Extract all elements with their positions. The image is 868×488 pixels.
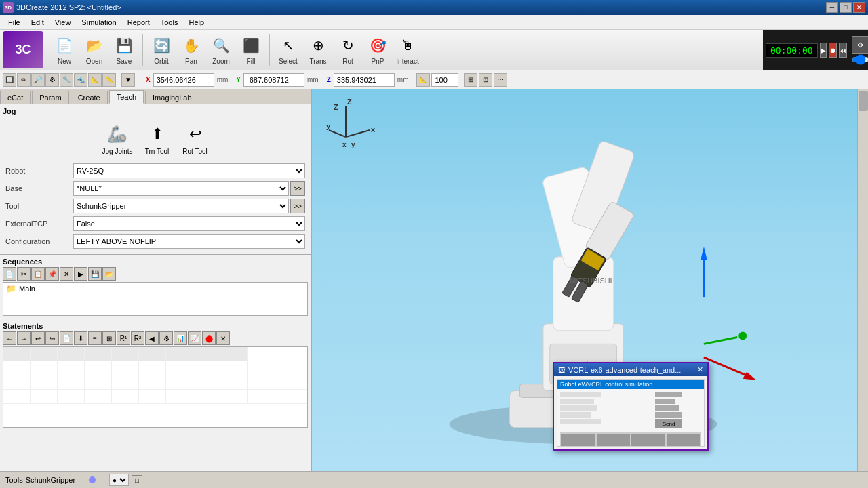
viewport-scrollbar[interactable] — [857, 89, 868, 471]
stmt-arrow-right[interactable]: → — [17, 331, 31, 345]
seq-run-btn[interactable]: ▶ — [74, 267, 87, 281]
tab-create[interactable]: Create — [71, 91, 108, 104]
addrbar-icon-7[interactable]: 📐 — [88, 73, 102, 87]
seq-del-btn[interactable]: ✕ — [60, 267, 73, 281]
x-input[interactable] — [153, 73, 214, 87]
toolbar-interact[interactable]: 🖱 Interact — [393, 33, 422, 66]
trn-tool-button[interactable]: ⬆ Trn Tool — [141, 118, 174, 158]
stmt-chart2[interactable]: 📈 — [188, 331, 201, 345]
base-select[interactable]: *NULL* — [73, 181, 289, 196]
toolbar-save[interactable]: 💾 Save — [110, 33, 138, 66]
stop-button[interactable]: ⏮ — [839, 43, 847, 58]
toolbar-fill[interactable]: ⬛ Fill — [237, 33, 265, 66]
stmt-new[interactable]: 📄 — [60, 331, 73, 345]
stmt-row-2[interactable] — [3, 375, 307, 390]
menu-help[interactable]: Help — [183, 17, 210, 28]
seq-new-btn[interactable]: 📄 — [3, 267, 16, 281]
toolbar-sep-2 — [269, 34, 270, 66]
menu-simulation[interactable]: Simulation — [76, 17, 121, 28]
seq-save-btn[interactable]: 💾 — [88, 267, 102, 281]
stmt-list[interactable]: ≡ — [88, 331, 102, 345]
view-btn-1[interactable]: ⊞ — [464, 73, 477, 87]
stmt-row-3[interactable] — [3, 390, 307, 404]
stmt-r1[interactable]: R¹ — [117, 331, 130, 345]
toolbar-trans[interactable]: ⊕ Trans — [304, 33, 332, 66]
addrbar-icon-1[interactable]: 🔲 — [3, 73, 16, 87]
menu-tools[interactable]: Tools — [155, 17, 184, 28]
addrbar-icon-5[interactable]: 🔧 — [60, 73, 73, 87]
toolbar-new[interactable]: 📄 New — [50, 33, 79, 66]
tool-edit-btn[interactable]: >> — [290, 199, 305, 214]
toolbar-select[interactable]: ↖ Select — [274, 33, 302, 66]
tab-ecat[interactable]: eCat — [0, 91, 31, 104]
base-edit-btn[interactable]: >> — [290, 181, 305, 196]
seq-cut-btn[interactable]: ✂ — [17, 267, 31, 281]
close-button[interactable]: ✕ — [853, 2, 865, 13]
stmt-move[interactable]: ⊞ — [102, 331, 116, 345]
toolbar-zoom[interactable]: 🔍 Zoom — [207, 33, 235, 66]
y-input[interactable] — [243, 73, 304, 87]
view-btn-3[interactable]: ⋯ — [494, 73, 507, 87]
stmt-red[interactable]: ⬤ — [202, 331, 216, 345]
addrbar-icon-3[interactable]: 🔎 — [31, 73, 45, 87]
addrbar-icon-4[interactable]: ⚙ — [45, 73, 59, 87]
popup-close-btn[interactable]: ✕ — [697, 365, 703, 374]
stmt-col-6 — [139, 347, 166, 361]
robot-select[interactable]: RV-2SQ — [73, 163, 305, 178]
tab-imaginglab[interactable]: ImagingLab — [145, 91, 199, 104]
minimize-button[interactable]: ─ — [826, 2, 838, 13]
stmt-row-1[interactable] — [3, 361, 307, 375]
tab-teach[interactable]: Teach — [109, 90, 144, 104]
externaltcp-select[interactable]: False True — [73, 216, 305, 231]
stmt-x[interactable]: ✕ — [216, 331, 230, 345]
stmt-arrow-left[interactable]: ← — [3, 331, 16, 345]
maximize-button[interactable]: □ — [840, 2, 852, 13]
toolbar-pan[interactable]: ✋ Pan — [177, 33, 205, 66]
stmt-gear[interactable]: ⚙ — [159, 331, 173, 345]
stmt-undo[interactable]: ↩ — [31, 331, 45, 345]
status-select[interactable]: ● — [109, 474, 129, 486]
addrbar-dropdown[interactable]: ▼ — [121, 73, 135, 87]
rot-tool-button[interactable]: ↩ Rot Tool — [179, 118, 212, 158]
titlebar-controls[interactable]: ─ □ ✕ — [826, 2, 865, 13]
record-button[interactable]: ⏺ — [829, 43, 837, 58]
seq-paste-btn[interactable]: 📌 — [45, 267, 59, 281]
play-button[interactable]: ▶ — [820, 43, 827, 58]
view-btn-2[interactable]: ⊡ — [479, 73, 492, 87]
stmt-chart[interactable]: 📊 — [174, 331, 187, 345]
menu-report[interactable]: Report — [122, 17, 155, 28]
toolbar-open[interactable]: 📂 Open — [80, 33, 108, 66]
addrbar-icon-8[interactable]: 📏 — [102, 73, 116, 87]
speed-slider[interactable] — [852, 55, 868, 64]
stmt-b1[interactable]: ◀ — [145, 331, 159, 345]
stmt-col-2 — [31, 347, 58, 361]
menu-edit[interactable]: Edit — [26, 17, 50, 28]
tab-param[interactable]: Param — [32, 91, 68, 104]
config-select[interactable]: LEFTY ABOVE NOFLIP RIGHTY ABOVE NOFLIP — [73, 234, 305, 249]
menu-file[interactable]: File — [3, 17, 26, 28]
addrbar-icon-6[interactable]: 🔩 — [74, 73, 87, 87]
toolbar-orbit[interactable]: 🔄 Orbit — [147, 33, 176, 66]
addrbar-icon-2[interactable]: ✏ — [17, 73, 31, 87]
seq-item-main[interactable]: 📁 Main — [3, 283, 307, 295]
jog-joints-tool[interactable]: 🦾 Jog Joints — [99, 118, 135, 158]
settings-button[interactable]: ⚙ — [852, 36, 868, 54]
toolbar-open-label: Open — [86, 58, 102, 65]
scale-input[interactable] — [431, 73, 458, 87]
toolbar-pnp[interactable]: 🎯 PnP — [363, 33, 392, 66]
config-field-row: Configuration LEFTY ABOVE NOFLIP RIGHTY … — [3, 234, 308, 249]
viewport[interactable]: Z x y x y Z — [312, 89, 868, 471]
toolbar-rot[interactable]: ↻ Rot — [334, 33, 362, 66]
menu-view[interactable]: View — [50, 17, 77, 28]
stmt-redo[interactable]: ↪ — [45, 331, 59, 345]
stmt-r2[interactable]: R² — [131, 331, 144, 345]
sequences-toolbar: 📄 ✂ 📋 📌 ✕ ▶ 💾 📂 — [3, 267, 308, 281]
config-label: Configuration — [5, 237, 73, 245]
tool-select[interactable]: SchunkGripper — [73, 199, 289, 214]
seq-load-btn[interactable]: 📂 — [102, 267, 116, 281]
seq-copy-btn[interactable]: 📋 — [31, 267, 45, 281]
stmt-down[interactable]: ⬇ — [74, 331, 87, 345]
status-mode-btn[interactable]: □ — [132, 475, 142, 485]
z-input[interactable] — [334, 73, 395, 87]
popup-titlebar[interactable]: 🖼 VCRL-ex6-advanced-teach_and... ✕ — [554, 363, 707, 376]
